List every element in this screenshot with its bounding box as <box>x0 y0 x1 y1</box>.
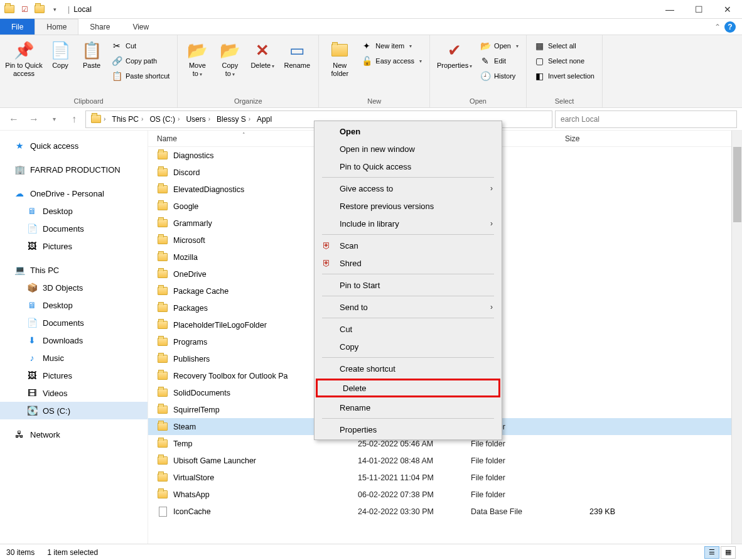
ctx-open[interactable]: Open <box>315 122 502 140</box>
qat-dropdown-icon[interactable]: ▾ <box>48 3 62 16</box>
new-item-button[interactable]: ✦New item▾ <box>358 39 426 53</box>
rename-button[interactable]: ▭Rename <box>279 38 315 72</box>
vertical-scrollbar[interactable] <box>731 131 742 544</box>
nav-3d-objects[interactable]: 📦3D Objects <box>0 279 148 296</box>
nav-od-documents[interactable]: 📄Documents <box>0 220 148 237</box>
nav-pc-documents[interactable]: 📄Documents <box>0 314 148 331</box>
ctx-delete[interactable]: Delete <box>318 380 498 396</box>
view-details-button[interactable]: ☰ <box>704 546 719 559</box>
nav-pc-os[interactable]: 💽OS (C:) <box>0 402 148 419</box>
search-input[interactable]: earch Local <box>555 110 737 128</box>
nav-pc-desktop[interactable]: 🖥Desktop <box>0 296 148 314</box>
folder-icon <box>157 184 168 195</box>
ctx-copy[interactable]: Copy <box>315 338 502 355</box>
breadcrumb-item[interactable]: OS (C:)› <box>147 115 182 124</box>
close-button[interactable]: ✕ <box>713 0 742 19</box>
nav-pc-music[interactable]: ♪Music <box>0 349 148 367</box>
col-size[interactable]: Size <box>565 134 628 143</box>
ctx-restore-versions[interactable]: Restore previous versions <box>315 197 502 215</box>
tab-view[interactable]: View <box>121 19 160 35</box>
select-all-button[interactable]: ▦Select all <box>530 39 598 53</box>
history-button[interactable]: 🕘History <box>476 69 522 83</box>
new-folder-button[interactable]: New folder <box>323 38 357 80</box>
pin-icon: 📌 <box>14 40 34 60</box>
nav-recent-dropdown[interactable]: ▾ <box>45 110 63 128</box>
view-icons-button[interactable]: ▦ <box>721 546 736 559</box>
qat-properties-icon[interactable]: ☑ <box>18 3 31 16</box>
desktop-icon: 🖥 <box>26 299 38 311</box>
breadcrumb-item[interactable]: Appl <box>254 115 274 124</box>
shield-icon: ⛨ <box>321 257 332 269</box>
ctx-scan[interactable]: ⛨Scan <box>315 237 502 254</box>
nav-pc-videos[interactable]: 🎞Videos <box>0 384 148 402</box>
move-to-button[interactable]: 📂Move to▾ <box>181 38 213 81</box>
ctx-shred[interactable]: ⛨Shred <box>315 254 502 272</box>
nav-od-desktop[interactable]: 🖥Desktop <box>0 202 148 220</box>
tab-file[interactable]: File <box>0 19 35 35</box>
nav-up-button[interactable]: ↑ <box>65 110 83 128</box>
ctx-open-new-window[interactable]: Open in new window <box>315 140 502 158</box>
file-row[interactable]: VirtualStore15-11-2021 11:04 PMFile fold… <box>148 469 742 486</box>
easy-access-button[interactable]: 🔓Easy access▾ <box>358 54 426 68</box>
minimize-button[interactable]: — <box>655 0 684 19</box>
file-date: 06-02-2022 07:38 PM <box>358 490 471 499</box>
copy-to-button[interactable]: 📂Copy to▾ <box>214 38 245 81</box>
folder-icon <box>157 370 168 382</box>
qat-newfolder-icon[interactable] <box>33 3 46 16</box>
nav-farrad[interactable]: 🏢FARRAD PRODUCTION <box>0 161 148 178</box>
invert-selection-button[interactable]: ◧Invert selection <box>530 69 598 83</box>
maximize-button[interactable]: ☐ <box>684 0 713 19</box>
edit-button[interactable]: ✎Edit <box>476 54 522 68</box>
pictures-icon: 🖼 <box>26 370 38 381</box>
paste-shortcut-button[interactable]: 📋Paste shortcut <box>108 69 173 83</box>
ctx-include-library[interactable]: Include in library› <box>315 215 502 232</box>
collapse-ribbon-icon[interactable]: ⌃ <box>714 23 721 31</box>
file-row[interactable]: IconCache24-02-2022 03:30 PMData Base Fi… <box>148 503 742 520</box>
copy-path-button[interactable]: 🔗Copy path <box>108 54 173 68</box>
file-row[interactable]: Ubisoft Game Launcher14-01-2022 08:48 AM… <box>148 452 742 469</box>
cut-button[interactable]: ✂Cut <box>108 39 173 53</box>
nav-onedrive[interactable]: ☁OneDrive - Personal <box>0 185 148 202</box>
select-none-button[interactable]: ▢Select none <box>530 54 598 68</box>
paste-button[interactable]: 📋Paste <box>77 38 107 72</box>
ctx-properties[interactable]: Properties <box>315 421 502 438</box>
nav-this-pc[interactable]: 💻This PC <box>0 261 148 279</box>
nav-od-pictures[interactable]: 🖼Pictures <box>0 237 148 255</box>
status-bar: 30 items 1 item selected ☰ ▦ <box>0 544 742 560</box>
tab-share[interactable]: Share <box>78 19 121 35</box>
breadcrumb-item[interactable]: Users› <box>183 115 213 124</box>
file-row[interactable]: WhatsApp06-02-2022 07:38 PMFile folder <box>148 486 742 503</box>
file-date: 14-01-2022 08:48 AM <box>358 456 471 465</box>
select-none-icon: ▢ <box>534 56 544 66</box>
ctx-rename[interactable]: Rename <box>315 399 502 416</box>
ctx-separator <box>322 274 494 274</box>
properties-button[interactable]: ✔Properties▾ <box>434 38 475 73</box>
ctx-pin-quick-access[interactable]: Pin to Quick access <box>315 158 502 175</box>
cloud-icon: ☁ <box>14 188 25 199</box>
scrollbar-thumb[interactable] <box>733 147 741 222</box>
breadcrumb-item[interactable]: This PC› <box>109 115 146 124</box>
breadcrumb-item[interactable]: Blessy S› <box>214 115 253 124</box>
status-item-count: 30 items <box>6 548 35 557</box>
delete-button[interactable]: ✕Delete▾ <box>247 38 278 73</box>
pin-quick-access-button[interactable]: 📌Pin to Quick access <box>4 38 44 80</box>
nav-pc-pictures[interactable]: 🖼Pictures <box>0 367 148 384</box>
copy-path-icon: 🔗 <box>112 56 122 66</box>
open-button[interactable]: 📂Open▾ <box>476 39 522 53</box>
ctx-separator <box>322 296 494 296</box>
nav-forward-button[interactable]: → <box>25 110 43 128</box>
nav-network[interactable]: 🖧Network <box>0 426 148 443</box>
nav-back-button[interactable]: ← <box>5 110 23 128</box>
tab-home[interactable]: Home <box>35 19 78 35</box>
breadcrumb-root-icon[interactable]: › <box>89 115 108 123</box>
ctx-cut[interactable]: Cut <box>315 320 502 338</box>
help-icon[interactable]: ? <box>724 21 736 33</box>
ctx-send-to[interactable]: Send to› <box>315 298 502 316</box>
nav-quick-access[interactable]: ★Quick access <box>0 137 148 154</box>
navigation-pane[interactable]: ★Quick access 🏢FARRAD PRODUCTION ☁OneDri… <box>0 131 148 544</box>
ctx-give-access[interactable]: Give access to› <box>315 180 502 197</box>
ctx-create-shortcut[interactable]: Create shortcut <box>315 360 502 377</box>
ctx-pin-start[interactable]: Pin to Start <box>315 276 502 294</box>
copy-button[interactable]: 📄Copy <box>45 38 75 72</box>
nav-pc-downloads[interactable]: ⬇Downloads <box>0 331 148 349</box>
